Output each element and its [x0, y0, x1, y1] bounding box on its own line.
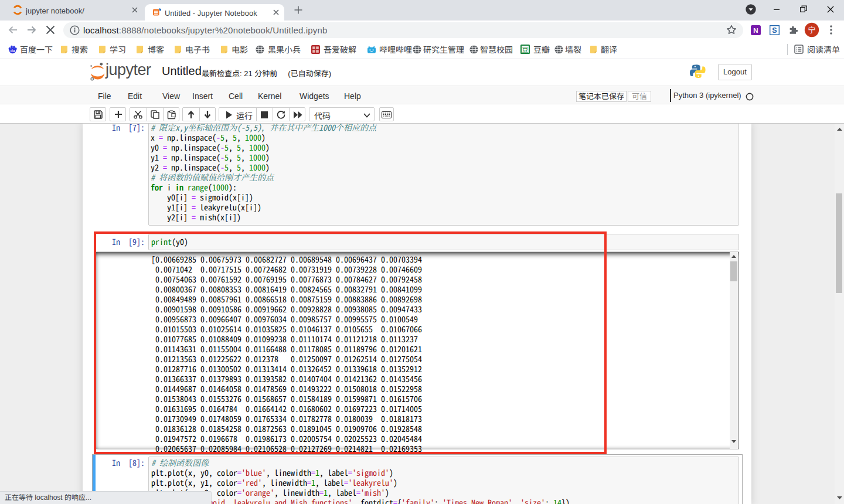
svg-text:宁: 宁 [808, 24, 815, 35]
svg-text:S: S [772, 26, 777, 35]
svg-text:du: du [11, 49, 15, 53]
svg-text:豆: 豆 [522, 45, 529, 54]
svg-text:N: N [753, 27, 758, 34]
